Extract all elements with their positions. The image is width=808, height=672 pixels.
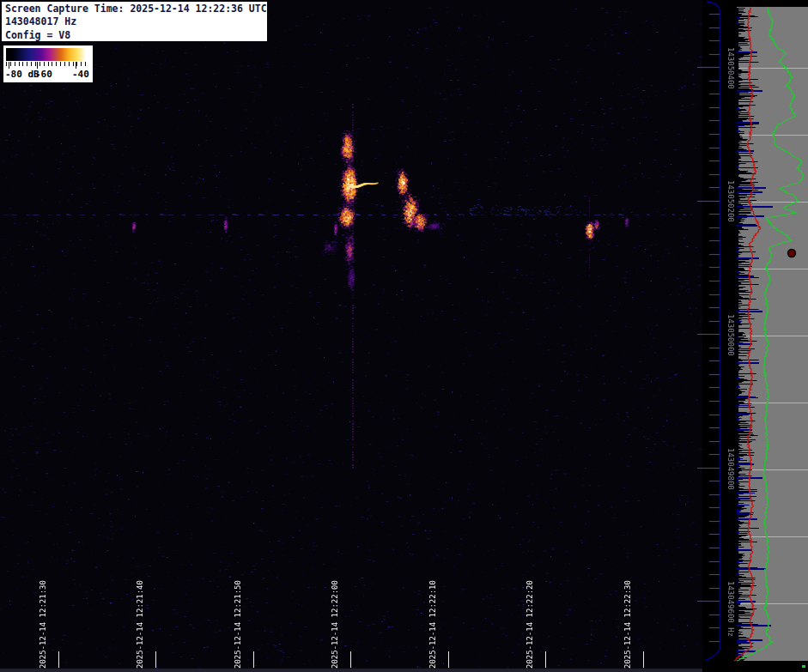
spectrogram-screen-capture: Screen Capture Time: 2025-12-14 12:22:36… [0, 0, 808, 672]
colorbar-ruler [6, 62, 89, 66]
time-axis-label: 2025-12-14 12:21:30 [39, 580, 48, 669]
center-frequency-text: 143048017 Hz [5, 15, 267, 28]
time-tick [155, 651, 156, 668]
time-tick [58, 651, 59, 668]
frequency-axis-label: 143050400 [726, 47, 735, 89]
colorbar-gradient [6, 48, 89, 61]
colorbar-label-min: -80 dB [5, 69, 39, 80]
intensity-colorbar: -80 dB -60 -40 [3, 45, 93, 82]
time-axis-label: 2025-12-14 12:22:20 [526, 580, 535, 669]
config-text: Config = V8 [5, 29, 267, 42]
colorbar-major-tick [9, 62, 9, 69]
time-tick [350, 651, 351, 668]
frequency-axis-label: 143049800 [726, 448, 735, 490]
colorbar-major-tick [37, 62, 38, 69]
colorbar-label-mid: -60 [35, 69, 52, 80]
time-tick [448, 651, 449, 668]
colorbar-label-max: -40 [72, 69, 89, 80]
frequency-axis-label: 143050000 [726, 314, 735, 356]
time-tick [643, 651, 644, 668]
capture-info-box: Screen Capture Time: 2025-12-14 12:22:36… [2, 2, 267, 41]
time-axis-label: 2025-12-14 12:22:10 [428, 580, 438, 669]
time-axis-label: 2025-12-14 12:21:50 [234, 580, 243, 669]
waterfall-spectrogram-canvas [0, 0, 702, 672]
frequency-axis-label: 143050200 [726, 180, 735, 222]
time-axis-label: 2025-12-14 12:22:00 [331, 580, 340, 669]
spectrum-panel-canvas [696, 0, 808, 672]
time-tick [545, 651, 546, 668]
time-axis-label: 2025-12-14 12:22:30 [623, 580, 633, 669]
frequency-axis-label: 143049600 Hz [726, 581, 735, 637]
capture-time-text: Screen Capture Time: 2025-12-14 12:22:36… [5, 3, 267, 15]
time-tick [253, 651, 254, 668]
time-axis-label: 2025-12-14 12:21:40 [136, 580, 145, 669]
colorbar-major-tick [76, 62, 76, 69]
